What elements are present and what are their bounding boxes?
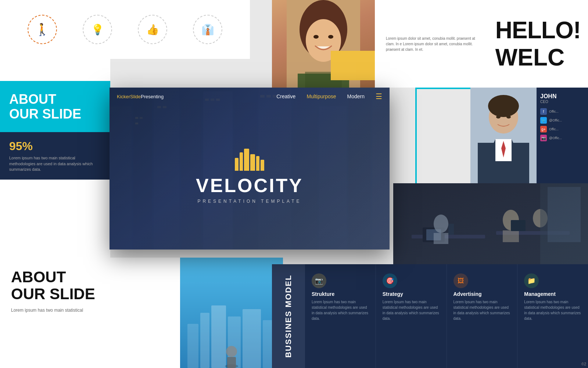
logo-bar-5: [256, 156, 260, 171]
social-facebook: f Offic...: [540, 108, 584, 115]
brand-kickerslide: KickerSlide: [117, 94, 141, 99]
svg-point-36: [313, 35, 319, 39]
slide-hello: Lorem ipsum dolor sit amet, conubia moll…: [272, 0, 588, 88]
logo-bar-3: [244, 149, 249, 171]
logo-bar-2: [240, 152, 243, 171]
office-svg: [393, 183, 588, 264]
main-subtitle: PRESENTATION TEMPLATE: [196, 199, 303, 204]
logo-icon: [235, 145, 264, 171]
management-text: Lorem Ipsum has two main statistical met…: [524, 299, 581, 321]
strategy-text: Lorem Ipsum has two main statistical met…: [383, 299, 440, 321]
advertising-title: Advertising: [453, 291, 511, 297]
slide-icons: 🚶 💡 👍 👔: [0, 0, 250, 59]
business-title-bar: BUSSINES MODEL: [272, 264, 305, 368]
slide-business: BUSSINES MODEL 📷 Strukture Lorem Ipsum h…: [272, 264, 588, 368]
strukture-icon: 📷: [312, 273, 326, 288]
facebook-icon: f: [540, 108, 547, 115]
main-nav: KickerSlidePresenting Creative Multipurp…: [110, 88, 390, 105]
city-svg: [180, 294, 283, 368]
about-title-line1: ABOUT: [9, 92, 101, 107]
profile-role: CEO: [540, 100, 584, 104]
svg-rect-65: [393, 183, 588, 264]
business-col-management: 📁 Management Lorem Ipsum has two main st…: [517, 264, 588, 368]
hello-right: HELLO! WELC: [495, 17, 588, 71]
advertising-icon: 🖼: [453, 273, 468, 288]
business-col-strategy: 🎯 Strategy Lorem Ipsum has two main stat…: [376, 264, 447, 368]
svg-rect-0: [187, 324, 198, 368]
business-col-advertising: 🖼 Advertising Lorem Ipsum has two main s…: [447, 264, 518, 368]
profile-info: JOHN CEO f Offic... 🐦 @Offic... g+ Offic…: [537, 88, 588, 183]
business-col-strukture: 📷 Strukture Lorem Ipsum has two main sta…: [305, 264, 376, 368]
about-cyan-bar: ABOUT OUR SLIDE: [0, 81, 110, 132]
logo-bar-6: [261, 160, 264, 171]
slide-about-bottom: ABOUT OUR SLIDE Lorem ipsum has two main…: [0, 258, 180, 368]
social-twitter: 🐦 @Offic...: [540, 117, 584, 124]
svg-rect-2: [211, 305, 226, 368]
social-googleplus: g+ Offic...: [540, 126, 584, 132]
strukture-text: Lorem Ipsum has two main statistical met…: [312, 299, 369, 321]
icon-person: 🚶: [28, 15, 57, 44]
slide-main: KickerSlidePresenting Creative Multipurp…: [110, 88, 390, 250]
main-title: VELOCITY: [196, 174, 303, 197]
about-title-line2: OUR SLIDE: [9, 107, 101, 121]
logo-bar-1: [235, 158, 239, 171]
svg-point-43: [488, 95, 519, 117]
about-bottom-line1: ABOUT: [11, 268, 66, 286]
icon-lightbulb: 💡: [83, 15, 112, 44]
management-icon: 📁: [524, 273, 539, 288]
logo-bar-4: [250, 154, 255, 171]
hello-photo: [272, 0, 375, 88]
profile-svg: [470, 88, 537, 183]
nav-brand: KickerSlidePresenting: [117, 94, 164, 99]
nav-creative[interactable]: Creative: [276, 93, 295, 99]
nav-modern[interactable]: Modern: [347, 93, 365, 99]
about-bottom-title: ABOUT OUR SLIDE: [11, 269, 169, 302]
business-title-vertical: BUSSINES MODEL: [284, 275, 293, 358]
googleplus-handle: Offic...: [549, 127, 559, 131]
svg-point-50: [506, 116, 511, 118]
hello-title: HELLO!: [495, 17, 581, 44]
slide-profile: JOHN CEO f Offic... 🐦 @Offic... g+ Offic…: [470, 88, 588, 183]
svg-rect-4: [243, 309, 261, 368]
social-instagram: 📷 @Offic...: [540, 135, 584, 141]
welc-title: WELC: [495, 44, 581, 71]
nav-multipurpose[interactable]: Multipurpose: [306, 93, 336, 99]
profile-photo: [470, 88, 537, 183]
icon-manager: 👔: [193, 15, 222, 44]
svg-point-49: [496, 116, 501, 118]
strategy-icon: 🎯: [383, 273, 397, 288]
svg-rect-8: [227, 357, 236, 368]
twitter-handle: @Offic...: [549, 118, 562, 122]
svg-point-37: [328, 35, 333, 39]
main-content: VELOCITY PRESENTATION TEMPLATE: [196, 145, 303, 204]
about-bottom-lorem: Lorem ipsum has two main statistical: [11, 307, 169, 314]
cyan-border-left: [415, 88, 417, 183]
brand-presenting: Presenting: [141, 94, 164, 99]
strategy-title: Strategy: [383, 291, 440, 297]
stat-description: Lorem ipsum has two main statistical met…: [9, 155, 101, 172]
business-cols: 📷 Strukture Lorem Ipsum has two main sta…: [305, 264, 588, 368]
slide-blue-city: [180, 258, 283, 368]
icon-thumbsup: 👍: [138, 15, 167, 44]
slide-office: [393, 183, 588, 264]
management-title: Management: [524, 291, 581, 297]
hamburger-icon[interactable]: ☰: [376, 92, 382, 101]
facebook-handle: Offic...: [549, 110, 559, 113]
instagram-handle: @Offic...: [549, 136, 562, 140]
googleplus-icon: g+: [540, 126, 547, 132]
instagram-icon: 📷: [540, 135, 547, 141]
svg-point-7: [226, 346, 237, 357]
advertising-text: Lorem Ipsum has two main statistical met…: [453, 299, 511, 321]
slide-about-left: ABOUT OUR SLIDE 95% Lorem ipsum has two …: [0, 59, 110, 258]
hello-yellow-box: [331, 51, 375, 80]
twitter-icon: 🐦: [540, 117, 547, 124]
copyright: ©2: [581, 362, 586, 366]
hello-lorem: Lorem ipsum dolor sit amet, conubia moll…: [386, 36, 484, 52]
nav-links: Creative Multipurpose Modern ☰: [276, 92, 382, 101]
strukture-title: Strukture: [312, 291, 369, 297]
about-bottom-line2: OUR SLIDE: [11, 285, 95, 302]
stat-percent: 95%: [9, 139, 101, 153]
hello-text-area: Lorem ipsum dolor sit amet, conubia moll…: [375, 28, 495, 60]
profile-name: JOHN: [540, 93, 584, 100]
svg-rect-1: [200, 313, 209, 368]
